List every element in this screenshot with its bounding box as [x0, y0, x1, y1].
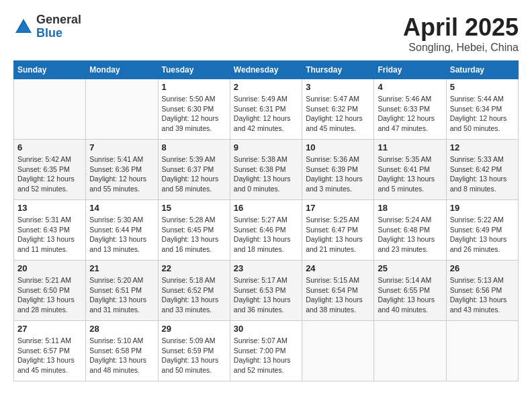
day-info: Sunrise: 5:14 AM Sunset: 6:55 PM Dayligh…: [378, 275, 442, 315]
day-info: Sunrise: 5:28 AM Sunset: 6:45 PM Dayligh…: [162, 215, 226, 255]
calendar-cell: 22Sunrise: 5:18 AM Sunset: 6:52 PM Dayli…: [158, 261, 230, 321]
calendar-cell: [86, 79, 158, 140]
weekday-header-wednesday: Wednesday: [230, 61, 302, 79]
calendar-cell: 12Sunrise: 5:33 AM Sunset: 6:42 PM Dayli…: [446, 140, 518, 200]
calendar-cell: 15Sunrise: 5:28 AM Sunset: 6:45 PM Dayli…: [158, 200, 230, 261]
weekday-header-tuesday: Tuesday: [158, 61, 230, 79]
calendar-cell: 2Sunrise: 5:49 AM Sunset: 6:31 PM Daylig…: [230, 79, 302, 140]
day-info: Sunrise: 5:46 AM Sunset: 6:33 PM Dayligh…: [378, 94, 442, 134]
logo: General Blue: [13, 13, 81, 40]
day-number: 7: [89, 142, 154, 152]
weekday-header-monday: Monday: [86, 61, 158, 79]
page-header: General Blue April 2025 Songling, Hebei,…: [13, 13, 519, 54]
week-row-1: 1Sunrise: 5:50 AM Sunset: 6:30 PM Daylig…: [14, 79, 519, 140]
calendar-table: SundayMondayTuesdayWednesdayThursdayFrid…: [13, 60, 519, 381]
day-info: Sunrise: 5:49 AM Sunset: 6:31 PM Dayligh…: [234, 94, 298, 134]
day-number: 28: [89, 324, 154, 334]
day-number: 25: [378, 263, 442, 273]
calendar-cell: 21Sunrise: 5:20 AM Sunset: 6:51 PM Dayli…: [86, 261, 158, 321]
day-info: Sunrise: 5:21 AM Sunset: 6:50 PM Dayligh…: [17, 275, 82, 315]
logo-icon: [13, 17, 34, 37]
day-number: 20: [17, 263, 82, 273]
week-row-3: 13Sunrise: 5:31 AM Sunset: 6:43 PM Dayli…: [14, 200, 519, 261]
weekday-header-saturday: Saturday: [446, 61, 518, 79]
day-number: 29: [162, 324, 226, 334]
day-number: 10: [306, 142, 370, 152]
calendar-cell: 13Sunrise: 5:31 AM Sunset: 6:43 PM Dayli…: [14, 200, 86, 261]
calendar-cell: 17Sunrise: 5:25 AM Sunset: 6:47 PM Dayli…: [302, 200, 374, 261]
day-info: Sunrise: 5:22 AM Sunset: 6:49 PM Dayligh…: [450, 215, 515, 255]
calendar-cell: 10Sunrise: 5:36 AM Sunset: 6:39 PM Dayli…: [302, 140, 374, 200]
calendar-cell: 9Sunrise: 5:38 AM Sunset: 6:38 PM Daylig…: [230, 140, 302, 200]
day-number: 19: [450, 203, 515, 213]
day-number: 22: [162, 263, 226, 273]
day-number: 13: [17, 203, 82, 213]
day-info: Sunrise: 5:50 AM Sunset: 6:30 PM Dayligh…: [162, 94, 226, 134]
calendar-cell: [14, 79, 86, 140]
calendar-cell: 7Sunrise: 5:41 AM Sunset: 6:36 PM Daylig…: [86, 140, 158, 200]
day-info: Sunrise: 5:27 AM Sunset: 6:46 PM Dayligh…: [234, 215, 298, 255]
calendar-cell: 30Sunrise: 5:07 AM Sunset: 7:00 PM Dayli…: [230, 321, 302, 381]
day-number: 17: [306, 203, 370, 213]
day-info: Sunrise: 5:41 AM Sunset: 6:36 PM Dayligh…: [89, 154, 154, 194]
day-number: 8: [162, 142, 226, 152]
weekday-header-friday: Friday: [374, 61, 446, 79]
logo-text: General Blue: [36, 13, 81, 40]
calendar-cell: 19Sunrise: 5:22 AM Sunset: 6:49 PM Dayli…: [446, 200, 518, 261]
day-number: 15: [162, 203, 226, 213]
day-info: Sunrise: 5:07 AM Sunset: 7:00 PM Dayligh…: [234, 336, 298, 375]
day-info: Sunrise: 5:09 AM Sunset: 6:59 PM Dayligh…: [162, 336, 226, 375]
day-number: 12: [450, 142, 515, 152]
day-number: 5: [450, 82, 515, 92]
day-number: 26: [450, 263, 515, 273]
day-number: 18: [378, 203, 442, 213]
calendar-cell: 11Sunrise: 5:35 AM Sunset: 6:41 PM Dayli…: [374, 140, 446, 200]
day-number: 27: [17, 324, 82, 334]
day-info: Sunrise: 5:24 AM Sunset: 6:48 PM Dayligh…: [378, 215, 442, 255]
day-number: 16: [234, 203, 298, 213]
day-info: Sunrise: 5:39 AM Sunset: 6:37 PM Dayligh…: [162, 154, 226, 194]
calendar-body: 1Sunrise: 5:50 AM Sunset: 6:30 PM Daylig…: [14, 79, 519, 381]
weekday-header-sunday: Sunday: [14, 61, 86, 79]
day-info: Sunrise: 5:13 AM Sunset: 6:56 PM Dayligh…: [450, 275, 515, 315]
week-row-5: 27Sunrise: 5:11 AM Sunset: 6:57 PM Dayli…: [14, 321, 519, 381]
calendar-cell: 24Sunrise: 5:15 AM Sunset: 6:54 PM Dayli…: [302, 261, 374, 321]
calendar-cell: 29Sunrise: 5:09 AM Sunset: 6:59 PM Dayli…: [158, 321, 230, 381]
day-number: 23: [234, 263, 298, 273]
day-info: Sunrise: 5:33 AM Sunset: 6:42 PM Dayligh…: [450, 154, 515, 194]
calendar-cell: 3Sunrise: 5:47 AM Sunset: 6:32 PM Daylig…: [302, 79, 374, 140]
day-info: Sunrise: 5:38 AM Sunset: 6:38 PM Dayligh…: [234, 154, 298, 194]
calendar-cell: 5Sunrise: 5:44 AM Sunset: 6:34 PM Daylig…: [446, 79, 518, 140]
calendar-cell: [446, 321, 518, 381]
day-info: Sunrise: 5:18 AM Sunset: 6:52 PM Dayligh…: [162, 275, 226, 315]
calendar-cell: 23Sunrise: 5:17 AM Sunset: 6:53 PM Dayli…: [230, 261, 302, 321]
week-row-2: 6Sunrise: 5:42 AM Sunset: 6:35 PM Daylig…: [14, 140, 519, 200]
day-info: Sunrise: 5:25 AM Sunset: 6:47 PM Dayligh…: [306, 215, 370, 255]
logo-general: General: [36, 13, 81, 27]
day-number: 24: [306, 263, 370, 273]
calendar-cell: 1Sunrise: 5:50 AM Sunset: 6:30 PM Daylig…: [158, 79, 230, 140]
day-number: 9: [234, 142, 298, 152]
title-block: April 2025 Songling, Hebei, China: [403, 13, 519, 54]
day-number: 3: [306, 82, 370, 92]
day-info: Sunrise: 5:42 AM Sunset: 6:35 PM Dayligh…: [17, 154, 82, 194]
week-row-4: 20Sunrise: 5:21 AM Sunset: 6:50 PM Dayli…: [14, 261, 519, 321]
day-info: Sunrise: 5:47 AM Sunset: 6:32 PM Dayligh…: [306, 94, 370, 134]
day-number: 4: [378, 82, 442, 92]
day-info: Sunrise: 5:15 AM Sunset: 6:54 PM Dayligh…: [306, 275, 370, 315]
logo-blue: Blue: [36, 27, 81, 40]
day-info: Sunrise: 5:17 AM Sunset: 6:53 PM Dayligh…: [234, 275, 298, 315]
month-title: April 2025: [403, 13, 519, 42]
day-info: Sunrise: 5:11 AM Sunset: 6:57 PM Dayligh…: [17, 336, 82, 375]
day-info: Sunrise: 5:35 AM Sunset: 6:41 PM Dayligh…: [378, 154, 442, 194]
day-number: 30: [234, 324, 298, 334]
day-number: 1: [162, 82, 226, 92]
day-number: 14: [89, 203, 154, 213]
calendar-cell: 4Sunrise: 5:46 AM Sunset: 6:33 PM Daylig…: [374, 79, 446, 140]
calendar-cell: [302, 321, 374, 381]
day-info: Sunrise: 5:31 AM Sunset: 6:43 PM Dayligh…: [17, 215, 82, 255]
day-info: Sunrise: 5:10 AM Sunset: 6:58 PM Dayligh…: [89, 336, 154, 375]
day-number: 11: [378, 142, 442, 152]
day-info: Sunrise: 5:36 AM Sunset: 6:39 PM Dayligh…: [306, 154, 370, 194]
day-number: 2: [234, 82, 298, 92]
